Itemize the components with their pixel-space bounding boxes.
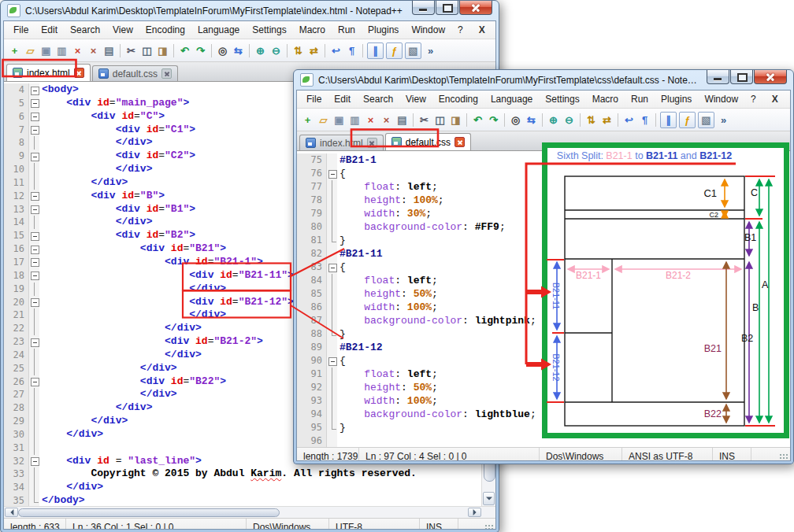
zoom-in-icon[interactable]: ⊕ — [253, 43, 268, 58]
menu-language[interactable]: Language — [484, 91, 539, 107]
copy-icon[interactable]: ◫ — [139, 43, 154, 58]
scrollbar-thumb[interactable] — [18, 508, 280, 517]
menu-file[interactable]: File — [300, 91, 328, 107]
cut-icon[interactable]: ✂ — [124, 43, 139, 58]
word-wrap-icon[interactable]: ↩ — [621, 113, 636, 127]
fold-marker[interactable] — [29, 256, 39, 269]
code-line[interactable]: 84 float: left; — [297, 274, 790, 287]
menu-search[interactable]: Search — [64, 22, 106, 38]
open-folder-icon[interactable]: ▱ — [23, 43, 38, 58]
paste-icon[interactable]: ◨ — [155, 43, 170, 58]
fold-marker[interactable] — [29, 190, 39, 203]
close-tab-icon[interactable] — [74, 68, 84, 78]
toolbar-overflow-icon[interactable]: » — [423, 43, 438, 58]
code-line[interactable]: 83{ — [297, 260, 790, 274]
find-icon[interactable]: ◎ — [508, 113, 523, 127]
code-line[interactable]: 82#B21-11 — [297, 247, 790, 260]
function-list-icon[interactable]: ƒ — [679, 112, 696, 128]
menu-settings[interactable]: Settings — [246, 22, 292, 38]
indent-guide-icon[interactable]: ∥ — [367, 42, 384, 59]
menu-view[interactable]: View — [399, 91, 432, 107]
code-line[interactable]: 34 </div> — [4, 481, 482, 494]
save-all-icon[interactable]: ▥ — [54, 43, 69, 58]
copy-icon[interactable]: ◫ — [432, 113, 447, 127]
resize-grip[interactable] — [484, 524, 494, 530]
sync-horizontal-icon[interactable]: ⇄ — [306, 43, 321, 58]
horizontal-scrollbar[interactable] — [4, 506, 495, 518]
menu-plugins[interactable]: Plugins — [362, 22, 405, 38]
document-map-icon[interactable]: ▧ — [698, 112, 714, 128]
window2-titlebar[interactable]: C:\Users\Abdul Karim\Desktop\TemplateInF… — [294, 70, 793, 90]
undo-icon[interactable]: ↶ — [470, 113, 485, 127]
find-icon[interactable]: ◎ — [215, 43, 230, 58]
show-all-chars-icon[interactable]: ¶ — [637, 113, 652, 127]
menu-encoding[interactable]: Encoding — [139, 22, 191, 38]
tab-default-css[interactable]: default.css — [385, 133, 471, 150]
code-line[interactable]: 91 float: left; — [297, 368, 790, 381]
code-line[interactable]: 85 height: 50%; — [297, 287, 790, 301]
close-tab-icon[interactable] — [367, 138, 377, 148]
open-folder-icon[interactable]: ▱ — [316, 113, 331, 127]
fold-marker[interactable] — [29, 150, 39, 163]
function-list-icon[interactable]: ƒ — [386, 42, 403, 59]
close-button[interactable] — [754, 70, 787, 84]
fold-marker[interactable] — [29, 83, 39, 97]
fold-marker[interactable] — [29, 124, 39, 137]
menu-window[interactable]: Window — [698, 91, 744, 107]
scroll-left-icon[interactable] — [5, 508, 18, 517]
close-doc-icon[interactable]: × — [70, 43, 85, 58]
replace-icon[interactable]: ⇆ — [231, 43, 246, 58]
redo-icon[interactable]: ↷ — [486, 113, 501, 127]
fold-marker[interactable] — [29, 229, 39, 242]
toolbar-overflow-icon[interactable]: » — [716, 113, 731, 127]
close-button[interactable] — [459, 1, 492, 15]
code-line[interactable]: 88} — [297, 327, 790, 341]
menu-item[interactable]: ? — [744, 91, 762, 107]
print-icon[interactable]: ▤ — [102, 43, 117, 58]
menu-search[interactable]: Search — [357, 91, 399, 107]
code-line[interactable]: 92 height: 50%; — [297, 381, 790, 394]
window2-editor[interactable]: 75#B21-176{77 float: left;78 height: 100… — [297, 151, 790, 447]
save-all-icon[interactable]: ▥ — [347, 113, 362, 127]
sync-vertical-icon[interactable]: ⇅ — [584, 113, 599, 127]
zoom-out-icon[interactable]: ⊖ — [269, 43, 284, 58]
sync-vertical-icon[interactable]: ⇅ — [291, 43, 306, 58]
new-file-icon[interactable]: + — [7, 43, 22, 58]
zoom-in-icon[interactable]: ⊕ — [546, 113, 561, 127]
code-line[interactable]: 76{ — [297, 167, 790, 180]
code-line[interactable]: 89#B21-12 — [297, 341, 790, 354]
status-insert-mode[interactable]: INS — [420, 519, 458, 530]
fold-marker[interactable] — [29, 203, 39, 216]
menu-run[interactable]: Run — [625, 91, 655, 107]
resize-grip[interactable] — [779, 453, 788, 461]
status-insert-mode[interactable]: INS — [713, 448, 751, 461]
menu-edit[interactable]: Edit — [328, 91, 357, 107]
indent-guide-icon[interactable]: ∥ — [660, 112, 677, 128]
code-line[interactable]: 78 height: 100%; — [297, 194, 790, 207]
tab-index-html[interactable]: index.html — [6, 64, 91, 81]
close-tab-icon[interactable] — [161, 68, 172, 79]
close-tab-icon[interactable] — [455, 137, 465, 147]
fold-marker[interactable] — [29, 335, 39, 349]
menu-plugins[interactable]: Plugins — [655, 91, 698, 107]
fold-marker[interactable] — [29, 110, 39, 124]
code-line[interactable]: 77 float: left; — [297, 180, 790, 194]
fold-marker[interactable] — [29, 455, 39, 468]
menu-encoding[interactable]: Encoding — [432, 91, 484, 107]
code-line[interactable]: 79 width: 30%; — [297, 207, 790, 220]
menu-close-document-icon[interactable]: X — [469, 24, 495, 35]
minimize-button[interactable] — [707, 70, 729, 84]
fold-marker[interactable] — [327, 354, 337, 368]
undo-icon[interactable]: ↶ — [177, 43, 192, 58]
word-wrap-icon[interactable]: ↩ — [328, 43, 343, 58]
zoom-out-icon[interactable]: ⊖ — [562, 113, 577, 127]
code-line[interactable]: 87 background-color: lightpink; — [297, 314, 790, 327]
window1-titlebar[interactable]: C:\Users\Abdul Karim\Desktop\TemplateInF… — [1, 1, 499, 20]
code-line[interactable]: 94 background-color: lightblue; — [297, 408, 790, 421]
menu-view[interactable]: View — [106, 22, 139, 38]
fold-marker[interactable] — [29, 375, 39, 389]
sync-horizontal-icon[interactable]: ⇄ — [599, 113, 614, 127]
close-doc-icon[interactable]: × — [363, 113, 378, 127]
print-icon[interactable]: ▤ — [395, 113, 410, 127]
document-map-icon[interactable]: ▧ — [405, 42, 421, 59]
